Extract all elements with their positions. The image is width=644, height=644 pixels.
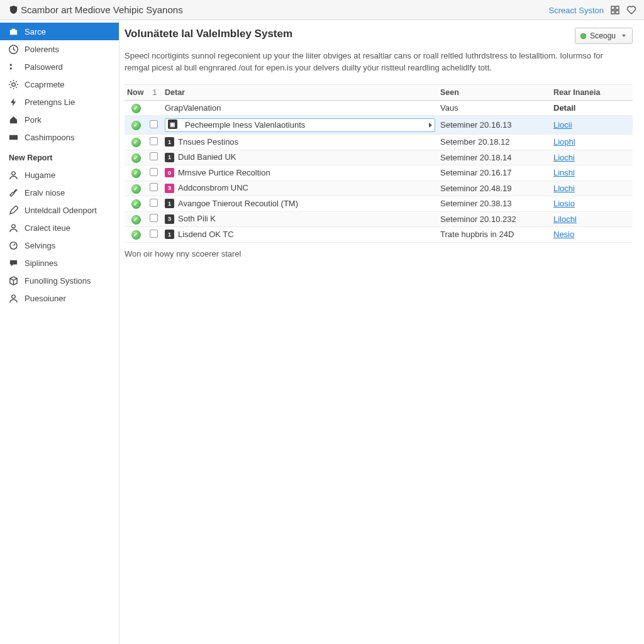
pen-icon	[9, 206, 18, 215]
row-checkbox[interactable]	[150, 183, 158, 191]
sidebar-item-polerents[interactable]: Polerents	[0, 40, 119, 58]
sidebar-item-eralv niose[interactable]: Eralv niose	[0, 184, 119, 201]
card-icon	[9, 133, 18, 142]
status-ok-icon	[131, 121, 141, 130]
chevron-down-icon	[622, 35, 626, 37]
sidebar-item-label: Pretengns Lie	[25, 97, 75, 107]
row-name-text: Pecheemple Iness Valenlaotiunts	[185, 120, 425, 130]
sidebar-item-cashimpoons[interactable]: Cashimpoons	[0, 128, 119, 146]
row-badge: 0	[165, 168, 174, 177]
briefcase-icon	[9, 27, 18, 36]
sidebar-item-pretengns lie[interactable]: Pretengns Lie	[0, 93, 119, 111]
sidebar-item-label: Puesoiuner	[25, 294, 66, 303]
table-row[interactable]: 1Avangoe Tnierout Recoutiol (TM) Setemin…	[125, 196, 633, 212]
items-table: Now 1 Detar Seen Rear Inaneia GrapValena…	[125, 84, 633, 243]
status-ok-icon	[131, 199, 141, 209]
page-title: Volunätete lal Valelmbley System	[125, 28, 292, 40]
col-status[interactable]: Now	[125, 84, 147, 100]
sidebar-item-sarce[interactable]: Sarce	[0, 23, 119, 40]
row-detail-link[interactable]: Nesio	[553, 230, 574, 239]
sidebar-item-label: Eralv niose	[25, 188, 65, 197]
row-detail-link[interactable]: Lilochl	[553, 214, 577, 224]
heart-icon[interactable]	[626, 5, 636, 15]
row-detail-link[interactable]: Liosio	[553, 199, 575, 208]
row-detail-link[interactable]: Llochi	[553, 184, 575, 193]
dial-icon	[9, 241, 18, 250]
row-detail-link[interactable]: Linshl	[553, 168, 575, 177]
user-icon	[9, 294, 18, 303]
row-name-text: Mmsive Purtice Recoltion	[178, 168, 270, 177]
row-name-text: Avangoe Tnierout Recoutiol (TM)	[178, 199, 298, 208]
sidebar-item-label: Siplinnes	[25, 258, 58, 268]
row-checkbox[interactable]	[150, 168, 158, 176]
sidebar-item-siplinnes[interactable]: Siplinnes	[0, 254, 119, 272]
status-ok-icon	[131, 153, 141, 163]
row-seen: Vaus	[440, 103, 458, 113]
row-detail-link[interactable]: Liochi	[553, 153, 575, 162]
bolt-icon	[9, 97, 18, 107]
row-detail-link[interactable]: Liocii	[553, 120, 572, 130]
sidebar-item-label: Unteldcall Odenport	[25, 206, 97, 215]
row-seen: Setember 20.18.12	[440, 137, 510, 147]
sidebar-item-palsowerd[interactable]: Palsowerd	[0, 58, 119, 75]
table-row[interactable]: 3Soth Pili K Seteminor 20.10.232 Lilochl	[125, 211, 633, 227]
sidebar-item-pork[interactable]: Pork	[0, 111, 119, 128]
row-checkbox[interactable]	[150, 230, 158, 238]
col-name[interactable]: Detar	[162, 84, 438, 100]
table-row[interactable]: ▣Pecheemple Iness Valenlaotiunts Setemin…	[125, 116, 633, 135]
row-checkbox[interactable]	[150, 137, 158, 145]
status-ok-icon	[131, 184, 141, 194]
sidebar-item-hugame[interactable]: Hugame	[0, 166, 119, 184]
row-name-input[interactable]: ▣Pecheemple Iness Valenlaotiunts	[165, 118, 435, 132]
row-badge: ▣	[168, 119, 177, 129]
app-title: Scambor art Mediove Vehipic Syanons	[21, 4, 183, 15]
table-row[interactable]: 3Addconsbrom UNC Seteminor 20.48.19 Lloc…	[125, 180, 633, 196]
sidebar-item-ccaprmete[interactable]: Ccaprmete	[0, 75, 119, 93]
row-badge: 3	[165, 184, 174, 193]
row-badge: 3	[165, 214, 174, 224]
row-checkbox[interactable]	[150, 214, 158, 222]
row-badge: 1	[165, 137, 174, 147]
table-row[interactable]: 1Tnsues Pestinos Setember 20.18.12 Lioph…	[125, 135, 633, 150]
main-panel: Volunätete lal Valelmbley System Sceogu …	[119, 20, 644, 644]
sidebar-item-funolling systions[interactable]: Funolling Systions	[0, 272, 119, 289]
col-seen[interactable]: Seen	[438, 84, 551, 100]
sidebar-item-label: Selvings	[25, 241, 55, 250]
row-seen: Seteminer 20.38.13	[440, 199, 511, 208]
row-name-text: Tnsues Pestinos	[178, 137, 238, 147]
table-row[interactable]: 0Mmsive Purtice Recoltion Seteminar 20.1…	[125, 165, 633, 181]
sidebar-item-label: Cashimpoons	[25, 133, 75, 142]
table-row[interactable]: 1Duld Banied UK Seteminer 20.18.14 Lioch…	[125, 150, 633, 165]
row-badge: 1	[165, 153, 174, 162]
row-badge: 1	[165, 230, 174, 239]
row-seen: Seteminar 20.16.17	[440, 168, 511, 177]
row-seen: Seteminer 20.18.14	[440, 153, 511, 162]
row-checkbox[interactable]	[150, 152, 158, 160]
list-icon	[9, 62, 18, 72]
grid-icon[interactable]	[610, 5, 620, 15]
row-detail-link[interactable]: Liophl	[553, 137, 575, 147]
row-checkbox[interactable]	[150, 199, 158, 207]
table-row[interactable]: GrapValenation Vaus Detail	[125, 100, 633, 116]
table-row[interactable]: 1Lisdend OK TC Trate hupbris in 24D Nesi…	[125, 227, 633, 243]
status-ok-icon	[131, 104, 141, 113]
status-ok-icon	[131, 215, 141, 225]
topbar-link[interactable]: Screact Syston	[549, 6, 604, 15]
sidebar-item-cralect iteue[interactable]: Cralect iteue	[0, 219, 119, 236]
sidebar-item-selvings[interactable]: Selvings	[0, 236, 119, 254]
sidebar-item-label: Palsowerd	[25, 62, 63, 72]
sidebar-section-header: New Report	[0, 146, 119, 166]
sidebar-item-puesoiuner[interactable]: Puesoiuner	[0, 289, 119, 307]
status-ok-icon	[131, 230, 141, 240]
status-button[interactable]: Sceogu	[575, 28, 633, 44]
row-checkbox[interactable]	[150, 120, 158, 128]
row-name-text: Duld Banied UK	[178, 152, 236, 162]
status-ok-icon	[131, 138, 141, 147]
topbar: Scambor art Mediove Vehipic Syanons Scre…	[0, 0, 644, 20]
col-link[interactable]: Rear Inaneia	[551, 84, 633, 100]
row-name-text: Soth Pili K	[178, 214, 216, 223]
col-num[interactable]: 1	[147, 84, 162, 100]
footer-note: Won oir howy nny scoerer starel	[125, 249, 633, 258]
user-icon	[9, 223, 18, 233]
sidebar-item-unteldcall odenport[interactable]: Unteldcall Odenport	[0, 201, 119, 219]
